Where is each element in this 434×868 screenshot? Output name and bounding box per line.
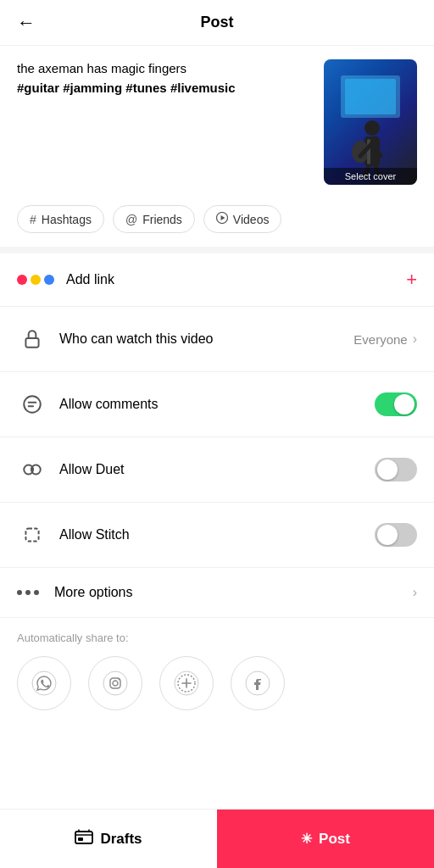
caption-text[interactable]: the axeman has magic fingers #guitar #ja… [17,59,310,185]
svg-point-2 [364,120,380,136]
svg-rect-12 [25,338,38,348]
facebook-icon [245,670,270,696]
friends-label: Friends [142,213,182,226]
thumbnail-bg [324,59,417,185]
hashtags-button[interactable]: # Hashtags [17,205,104,233]
svg-rect-27 [75,832,92,843]
add-link-label: Add link [66,272,406,287]
post-button[interactable]: ✳ Post [217,810,434,868]
add-link-plus-icon: + [406,269,417,291]
bottom-bar: Drafts ✳ Post [0,809,434,868]
share-icons-row [17,656,417,710]
dot-blue [44,275,54,285]
friends-button[interactable]: @ Friends [113,205,195,233]
dot1 [17,590,22,595]
caption-area: the axeman has magic fingers #guitar #ja… [0,46,434,198]
allow-stitch-row: Allow Stitch [0,503,434,568]
drafts-button[interactable]: Drafts [0,810,217,868]
auto-share-label: Automatically share to: [17,632,417,644]
toggle-thumb [394,394,415,415]
more-options-row[interactable]: More options › [0,568,434,618]
who-can-watch-row[interactable]: Who can watch this video Everyone › [0,307,434,372]
toggle-thumb [377,459,398,480]
more-options-chevron-icon: › [413,585,417,600]
svg-point-20 [113,681,118,686]
hashtags-label: Hashtags [42,213,92,226]
drafts-label: Drafts [100,831,142,848]
hashtag-icon: # [30,213,36,226]
allow-duet-row: Allow Duet [0,437,434,503]
link-dots-icon [17,275,54,285]
caption-hashtags: #guitar #jamming #tunes #livemusic [17,81,236,95]
who-can-watch-value: Everyone [353,332,407,347]
dot3 [34,590,39,595]
svg-rect-16 [25,528,38,541]
svg-point-17 [32,671,56,695]
allow-comments-toggle[interactable] [375,392,417,416]
video-thumbnail[interactable]: Select cover [324,59,417,185]
allow-duet-label: Allow Duet [59,462,375,477]
instagram-share-button[interactable] [88,656,142,710]
stitch-icon [17,520,47,550]
tiktok-plus-share-button[interactable] [159,656,214,710]
share-section: Automatically share to: [0,618,434,719]
drafts-icon [75,829,93,849]
allow-stitch-toggle[interactable] [375,523,417,547]
at-icon: @ [125,213,137,226]
header: ← Post [0,0,434,46]
who-can-watch-label: Who can watch this video [59,331,353,347]
caption-main-text: the axeman has magic fingers [17,61,186,75]
svg-marker-11 [220,215,225,220]
svg-point-13 [24,396,41,413]
instagram-icon [103,670,128,696]
comment-icon [17,389,47,420]
svg-point-21 [119,679,120,681]
chevron-right-icon: › [413,331,417,347]
svg-point-18 [103,671,127,695]
videos-button[interactable]: Videos [203,205,282,233]
facebook-share-button[interactable] [231,656,285,710]
allow-comments-row: Allow comments [0,372,434,437]
videos-label: Videos [233,213,270,226]
add-link-row[interactable]: Add link + [0,253,434,307]
allow-stitch-label: Allow Stitch [59,527,375,542]
tiktok-plus-icon [174,670,199,696]
post-label: Post [319,831,350,848]
guitar-player-icon [337,67,404,177]
select-cover-label[interactable]: Select cover [324,168,417,185]
back-button[interactable]: ← [17,12,36,34]
tag-buttons: # Hashtags @ Friends Videos [0,198,434,247]
page-title: Post [200,14,233,31]
svg-rect-1 [345,79,396,114]
whatsapp-icon [31,670,57,696]
allow-duet-toggle[interactable] [375,458,417,481]
allow-comments-label: Allow comments [59,397,375,412]
dot2 [25,590,31,595]
toggle-thumb [377,525,398,545]
play-icon [216,212,228,226]
lock-icon [17,324,47,354]
post-sparkle-icon: ✳ [301,831,312,847]
dot-red [17,275,27,285]
svg-rect-28 [78,837,83,841]
dot-yellow [31,275,41,285]
whatsapp-share-button[interactable] [17,656,71,710]
three-dots-icon [17,590,39,595]
more-options-label: More options [54,585,413,600]
duet-icon [17,454,47,485]
